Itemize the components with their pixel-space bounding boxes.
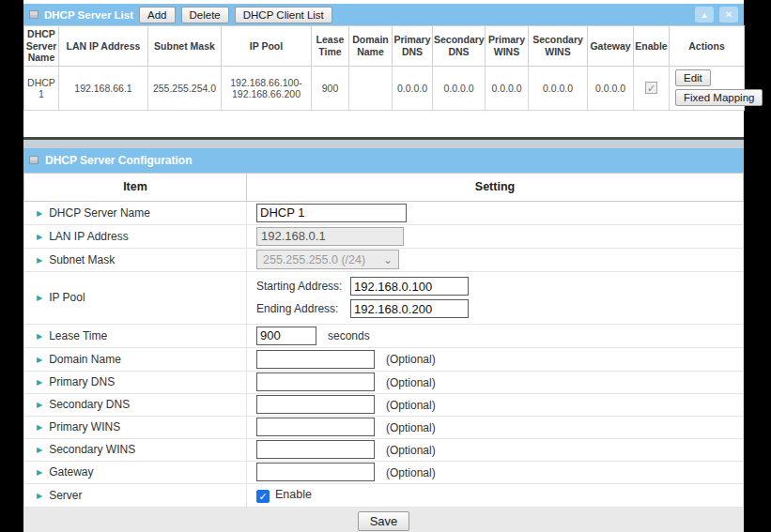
bullet-icon: ▶	[37, 332, 42, 341]
collapse-button[interactable]: ▴	[695, 7, 714, 23]
ending-address-input[interactable]	[350, 299, 469, 318]
config-header-row: Item Setting	[24, 173, 744, 201]
starting-address-input[interactable]	[350, 277, 469, 296]
col-dhcp-server-name: DHCP Server Name	[24, 26, 59, 67]
row-ip-pool: ▶IP Pool Starting Address: Ending Addres…	[24, 271, 744, 324]
col-domain-name: Domain Name	[349, 26, 393, 67]
cell-ip-pool: 192.168.66.100-192.168.66.200	[222, 66, 312, 110]
cell-secondary-dns: 0.0.0.0	[433, 66, 486, 110]
cell-enable: ✓	[634, 66, 670, 110]
row-label: Primary WINS	[49, 420, 120, 433]
separator-band	[23, 140, 744, 148]
row-gateway: ▶Gateway (Optional)	[24, 461, 744, 483]
row-label: LAN IP Address	[49, 230, 129, 243]
lan-ip-address-input	[256, 227, 404, 246]
row-lan-ip-address: ▶LAN IP Address	[24, 224, 744, 248]
cell-gateway: 0.0.0.0	[588, 66, 634, 110]
row-label: Lease Time	[49, 329, 107, 342]
bullet-icon: ▶	[37, 356, 42, 364]
row-secondary-dns: ▶Secondary DNS (Optional)	[24, 393, 744, 416]
config-table: Item Setting ▶DHCP Server Name ▶LAN IP A…	[23, 173, 744, 508]
col-secondary-wins: Secondary WINS	[529, 26, 588, 67]
bullet-icon: ▶	[37, 378, 42, 387]
screen: DHCP Server List Add Delete DHCP Client …	[0, 0, 771, 532]
enable-checkbox-disabled: ✓	[645, 82, 657, 94]
cell-domain-name	[349, 66, 393, 110]
config-title: DHCP Server Configuration	[45, 154, 192, 167]
config-header: DHCP Server Configuration	[23, 148, 744, 173]
cell-lease-time: 900	[312, 66, 349, 110]
row-label: Gateway	[49, 465, 93, 479]
row-lease-time: ▶Lease Time seconds	[24, 324, 744, 347]
row-label: IP Pool	[49, 291, 85, 304]
row-server: ▶Server ✓Enable	[24, 483, 744, 507]
server-enable-label: Enable	[275, 488, 312, 501]
bullet-icon: ▶	[37, 294, 42, 302]
page-content: DHCP Server List Add Delete DHCP Client …	[23, 0, 744, 532]
ending-address-label: Ending Address:	[256, 302, 350, 315]
bullet-icon: ▶	[37, 446, 42, 454]
dhcp-list-header: DHCP Server List Add Delete DHCP Client …	[23, 4, 744, 25]
add-button[interactable]: Add	[139, 7, 175, 23]
primary-wins-input[interactable]	[256, 418, 375, 436]
secondary-wins-input[interactable]	[256, 440, 375, 459]
row-subnet-mask: ▶Subnet Mask 255.255.255.0 (/24) ⌄	[24, 248, 744, 271]
cell-secondary-wins: 0.0.0.0	[529, 66, 588, 110]
row-primary-dns: ▶Primary DNS (Optional)	[24, 371, 744, 393]
col-secondary-dns: Secondary DNS	[433, 26, 486, 67]
item-header: Item	[24, 173, 247, 201]
starting-address-label: Starting Address:	[256, 280, 350, 293]
fixed-mapping-button[interactable]: Fixed Mapping	[675, 89, 763, 106]
col-gateway: Gateway	[588, 26, 634, 67]
row-label: Secondary DNS	[49, 398, 130, 411]
row-label: Server	[49, 489, 82, 502]
col-lan-ip-address: LAN IP Address	[59, 26, 148, 67]
gateway-input[interactable]	[256, 463, 375, 481]
lease-time-input[interactable]	[256, 327, 316, 345]
cell-subnet-mask: 255.255.254.0	[148, 66, 222, 110]
optional-hint: (Optional)	[386, 399, 436, 412]
col-subnet-mask: Subnet Mask	[148, 26, 222, 67]
close-button[interactable]: ✕	[719, 7, 738, 23]
dhcp-server-name-input[interactable]	[256, 204, 407, 222]
optional-hint: (Optional)	[386, 466, 436, 479]
table-row: DHCP 1 192.168.66.1 255.255.254.0 192.16…	[24, 66, 745, 110]
dhcp-list-title: DHCP Server List	[44, 9, 133, 21]
secondary-dns-input[interactable]	[256, 395, 375, 414]
domain-name-input[interactable]	[256, 350, 375, 369]
subnet-mask-select: 255.255.255.0 (/24) ⌄	[256, 250, 399, 269]
bullet-icon: ▶	[37, 468, 42, 477]
bullet-icon: ▶	[37, 492, 42, 500]
row-dhcp-server-name: ▶DHCP Server Name	[24, 201, 744, 224]
primary-dns-input[interactable]	[256, 372, 375, 391]
row-label: Primary DNS	[49, 375, 115, 388]
optional-hint: (Optional)	[386, 444, 436, 457]
save-button[interactable]: Save	[358, 511, 410, 531]
edit-button[interactable]: Edit	[675, 69, 711, 86]
row-primary-wins: ▶Primary WINS (Optional)	[24, 416, 744, 438]
cell-name: DHCP 1	[24, 66, 59, 110]
cell-primary-dns: 0.0.0.0	[393, 66, 433, 110]
optional-hint: (Optional)	[386, 353, 436, 366]
cell-lan-ip: 192.168.66.1	[59, 66, 148, 110]
dhcp-list-table: DHCP Server Name LAN IP Address Subnet M…	[23, 25, 745, 111]
subnet-mask-selected-value: 255.255.255.0 (/24)	[263, 253, 365, 266]
row-label: Subnet Mask	[49, 253, 115, 266]
panel-icon	[29, 10, 39, 19]
bullet-icon: ▶	[37, 209, 42, 218]
col-primary-dns: Primary DNS	[393, 26, 433, 67]
bullet-icon: ▶	[37, 401, 42, 409]
col-lease-time: Lease Time	[312, 26, 349, 67]
delete-button[interactable]: Delete	[181, 7, 229, 23]
dhcp-client-list-button[interactable]: DHCP Client List	[235, 7, 332, 23]
chevron-down-icon: ⌄	[383, 255, 393, 265]
cell-primary-wins: 0.0.0.0	[486, 66, 529, 110]
row-domain-name: ▶Domain Name (Optional)	[24, 347, 744, 371]
config-footer: Save	[23, 508, 744, 532]
optional-hint: (Optional)	[386, 421, 436, 434]
optional-hint: (Optional)	[386, 376, 436, 389]
cell-actions: Edit Fixed Mapping	[670, 66, 745, 110]
server-enable-checkbox[interactable]: ✓	[256, 490, 270, 503]
bullet-icon: ▶	[37, 233, 42, 241]
col-ip-pool: IP Pool	[222, 26, 312, 67]
